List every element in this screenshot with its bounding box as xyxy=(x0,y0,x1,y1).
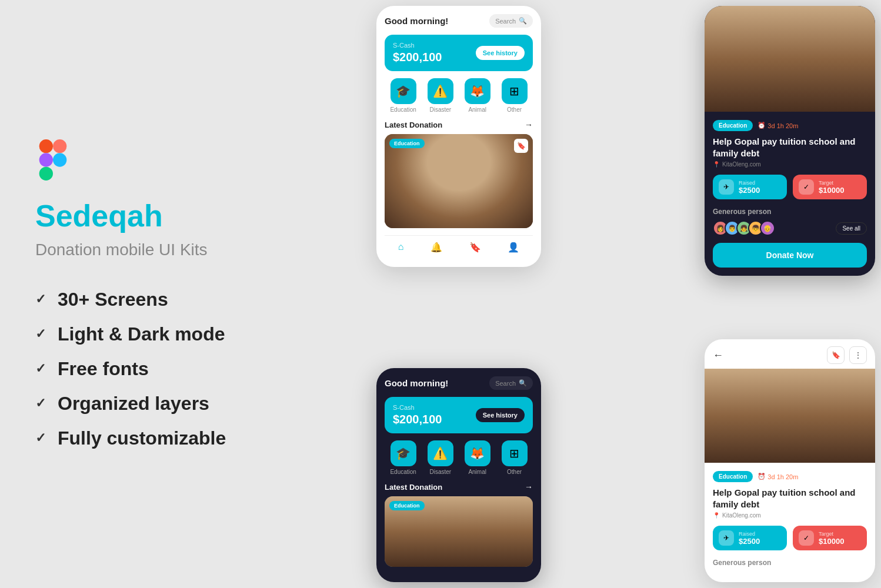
raised-target-row-lb: ✈ Raised $2500 ✓ Target $10000 xyxy=(713,526,867,550)
target-icon-lb: ✓ xyxy=(799,530,814,546)
raised-icon-dt: ✈ xyxy=(719,179,734,195)
search-box-light-top[interactable]: Search 🔍 xyxy=(489,14,533,28)
clock-icon-lb: ⏰ xyxy=(757,473,766,480)
latest-donation-header-db: Latest Donation → xyxy=(385,482,533,492)
detail-img-dark-top xyxy=(705,6,875,112)
detail-content-lb: Education ⏰ 3d 1h 20m Help Gopal pay tui… xyxy=(705,463,875,582)
target-label-lb: Target xyxy=(819,531,844,537)
detail-source-dt: 📍 KitaOleng.com xyxy=(713,161,867,168)
detail-img-lb xyxy=(705,369,875,463)
cat-item-animal-db[interactable]: 🦊 Animal xyxy=(465,440,490,475)
cat-icon-animal-db: 🦊 xyxy=(465,440,490,466)
feature-text-2: Light & Dark mode xyxy=(58,323,225,345)
raised-amount-lb: $2500 xyxy=(739,537,760,546)
see-history-btn-light-top[interactable]: See history xyxy=(476,46,525,60)
check-icon-3: ✓ xyxy=(35,361,46,376)
raised-target-row-dt: ✈ Raised $2500 ✓ Target $10000 xyxy=(713,175,867,199)
cat-icon-education-db: 🎓 xyxy=(391,440,416,466)
clock-icon-dt: ⏰ xyxy=(757,122,766,129)
detail-source-lb: 📍 KitaOleng.com xyxy=(713,512,867,519)
cat-item-disaster-lt[interactable]: ⚠️ Disaster xyxy=(428,78,453,113)
cat-item-education-db[interactable]: 🎓 Education xyxy=(390,440,416,475)
cat-item-animal-lt[interactable]: 🦊 Animal xyxy=(465,78,490,113)
target-amount-lb: $10000 xyxy=(819,537,844,546)
cat-item-other-lt[interactable]: ⊞ Other xyxy=(502,78,528,113)
feature-item-3: ✓ Free fonts xyxy=(35,358,329,380)
cat-icon-animal-lt: 🦊 xyxy=(465,78,490,104)
cat-icon-disaster-db: ⚠️ xyxy=(428,440,453,466)
edu-badge-dt: Education xyxy=(713,120,753,131)
raised-amount-dt: $2500 xyxy=(739,186,760,195)
see-all-btn-dt[interactable]: See all xyxy=(836,222,867,235)
bookmark-btn-lt[interactable]: 🔖 xyxy=(514,139,528,153)
check-icon-5: ✓ xyxy=(35,430,46,446)
feature-list: ✓ 30+ Screens ✓ Light & Dark mode ✓ Free… xyxy=(35,289,329,449)
cat-label-disaster-lt: Disaster xyxy=(429,106,451,113)
cat-icon-other-db: ⊞ xyxy=(502,440,528,466)
cat-item-education-lt[interactable]: 🎓 Education xyxy=(390,78,416,113)
top-bar-light-top: Good morning! Search 🔍 xyxy=(385,14,533,28)
raised-icon-lb: ✈ xyxy=(719,530,734,546)
search-text-db: Search xyxy=(495,380,516,387)
categories-light-top: 🎓 Education ⚠️ Disaster 🦊 Animal ⊞ Other xyxy=(385,78,533,113)
education-badge-db: Education xyxy=(389,501,425,510)
feature-text-3: Free fonts xyxy=(58,358,149,380)
home-nav-icon-lt[interactable]: ⌂ xyxy=(398,242,404,253)
search-box-dark-bottom[interactable]: Search 🔍 xyxy=(489,376,533,390)
target-card-lb: ✓ Target $10000 xyxy=(793,526,867,550)
arrow-right-db[interactable]: → xyxy=(525,482,533,492)
back-btn-lb[interactable]: ← xyxy=(713,349,723,362)
search-icon-db: 🔍 xyxy=(519,379,527,387)
bottom-nav-lt: ⌂ 🔔 🔖 👤 xyxy=(385,235,533,259)
donation-card-lt: Education 🔖 Help Gopal to pay... 📍 KitaO… xyxy=(385,134,533,228)
svg-rect-2 xyxy=(39,153,53,166)
profile-nav-icon-lt[interactable]: 👤 xyxy=(508,242,519,253)
donation-img-lt xyxy=(385,134,533,228)
check-icon-2: ✓ xyxy=(35,326,46,342)
target-amount-dt: $10000 xyxy=(819,186,844,195)
bell-nav-icon-lt[interactable]: 🔔 xyxy=(431,242,442,253)
feature-item-4: ✓ Organized layers xyxy=(35,393,329,415)
feature-item-5: ✓ Fully customizable xyxy=(35,427,329,449)
categories-dark-bottom: 🎓 Education ⚠️ Disaster 🦊 Animal ⊞ Other xyxy=(385,440,533,475)
latest-title-lt: Latest Donation xyxy=(385,121,442,129)
target-icon-dt: ✓ xyxy=(799,179,814,195)
donate-now-btn-dt[interactable]: Donate Now xyxy=(713,243,867,268)
detail-content-dark-top: Education ⏰ 3d 1h 20m Help Gopal pay tui… xyxy=(705,112,875,276)
cat-icon-disaster-lt: ⚠️ xyxy=(428,78,453,104)
greeting-light-top: Good morning! xyxy=(385,16,448,26)
timer-dt: ⏰ 3d 1h 20m xyxy=(757,122,798,129)
cat-item-other-db[interactable]: ⊞ Other xyxy=(502,440,528,475)
svg-rect-1 xyxy=(53,139,66,153)
see-history-btn-db[interactable]: See history xyxy=(476,408,525,422)
target-card-dt: ✓ Target $10000 xyxy=(793,175,867,199)
detail-title-dt: Help Gopal pay tuition school and family… xyxy=(713,136,867,159)
detail-title-lb: Help Gopal pay tuition school and family… xyxy=(713,487,867,510)
brand-title: Sedeqah xyxy=(35,198,329,233)
cat-item-disaster-db[interactable]: ⚠️ Disaster xyxy=(428,440,453,475)
top-bar-dark-bottom: Good morning! Search 🔍 xyxy=(385,376,533,390)
arrow-right-lt[interactable]: → xyxy=(525,120,533,129)
cat-label-animal-lt: Animal xyxy=(468,106,486,113)
right-panel: Good morning! Search 🔍 S-Cash $200,100 S… xyxy=(365,0,881,588)
raised-label-dt: Raised xyxy=(739,180,760,186)
svg-rect-4 xyxy=(39,166,53,180)
feature-text-5: Fully customizable xyxy=(58,427,226,449)
avatars-row-dt: 👩 👨 👧 👦 👴 xyxy=(713,220,772,236)
feature-item-1: ✓ 30+ Screens xyxy=(35,289,329,310)
bookmark-action-lb[interactable]: 🔖 xyxy=(827,346,845,364)
latest-donation-header-lt: Latest Donation → xyxy=(385,120,533,129)
bookmark-nav-icon-lt[interactable]: 🔖 xyxy=(469,242,481,253)
cat-label-disaster-db: Disaster xyxy=(429,469,451,475)
search-text: Search xyxy=(495,18,516,25)
cat-label-education-db: Education xyxy=(390,469,416,475)
timer-lb: ⏰ 3d 1h 20m xyxy=(757,473,798,480)
scash-amount-light-top: $200,100 xyxy=(393,51,442,64)
loc-icon-lb: 📍 xyxy=(713,512,720,519)
edu-timer-row-lb: Education ⏰ 3d 1h 20m xyxy=(713,471,867,482)
generous-title-dt: Generous person xyxy=(713,208,867,216)
feature-text-1: 30+ Screens xyxy=(58,289,168,310)
phone-light-bottom: ← 🔖 ⋮ Education ⏰ 3d 1h 20m Help Gopal p… xyxy=(705,339,875,582)
edu-badge-lb: Education xyxy=(713,471,753,482)
more-action-lb[interactable]: ⋮ xyxy=(849,346,867,364)
